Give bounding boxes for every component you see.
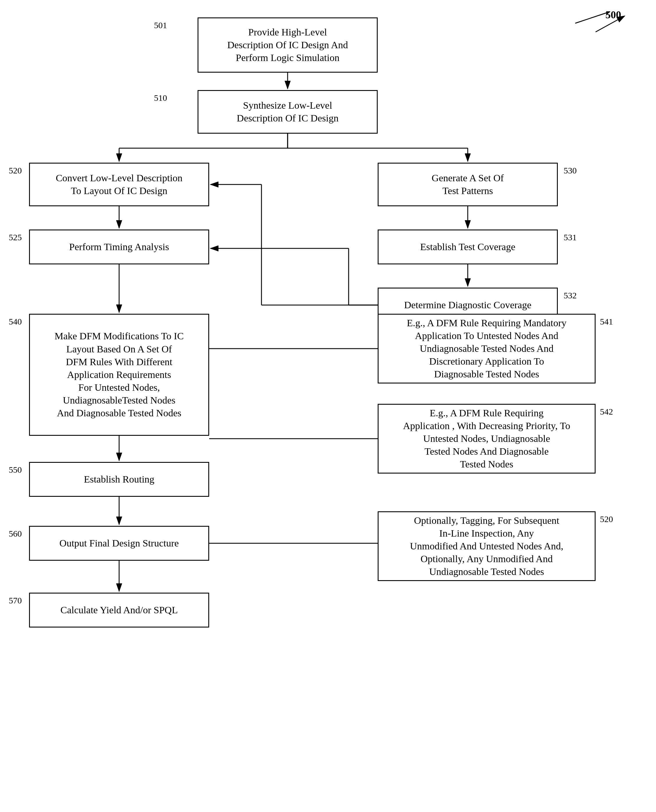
label-560: 560 (9, 529, 22, 538)
label-530: 530 (564, 165, 577, 175)
svg-line-0 (575, 12, 610, 23)
label-540: 540 (9, 317, 22, 326)
label-532: 532 (564, 291, 577, 300)
node-510: Synthesize Low-Level Description Of IC D… (198, 90, 378, 134)
label-520: 520 (9, 165, 22, 175)
label-520b: 520 (600, 514, 613, 524)
node-570: Calculate Yield And/or SPQL (29, 593, 209, 628)
label-501: 501 (154, 20, 167, 30)
diagram-number-500: 500 (605, 9, 621, 21)
node-542: E.g., A DFM Rule Requiring Application ,… (378, 404, 596, 473)
node-501: Provide High-Level Description Of IC Des… (198, 17, 378, 73)
node-531: Establish Test Coverage (378, 229, 558, 264)
node-520b: Optionally, Tagging, For Subsequent In-L… (378, 511, 596, 581)
node-520: Convert Low-Level Description To Layout … (29, 163, 209, 206)
node-541: E.g., A DFM Rule Requiring Mandatory App… (378, 314, 596, 384)
diagram-container: 500 Provide High-Level Description Of IC… (0, 0, 656, 812)
label-531: 531 (564, 232, 577, 242)
label-541: 541 (600, 317, 613, 326)
label-510: 510 (154, 93, 167, 103)
node-560: Output Final Design Structure (29, 526, 209, 561)
node-540: Make DFM Modifications To IC Layout Base… (29, 314, 209, 436)
label-525: 525 (9, 232, 22, 242)
label-550: 550 (9, 465, 22, 475)
node-550: Establish Routing (29, 462, 209, 497)
label-570: 570 (9, 595, 22, 605)
label-542: 542 (600, 407, 613, 417)
node-525: Perform Timing Analysis (29, 229, 209, 264)
node-530: Generate A Set Of Test Patterns (378, 163, 558, 206)
